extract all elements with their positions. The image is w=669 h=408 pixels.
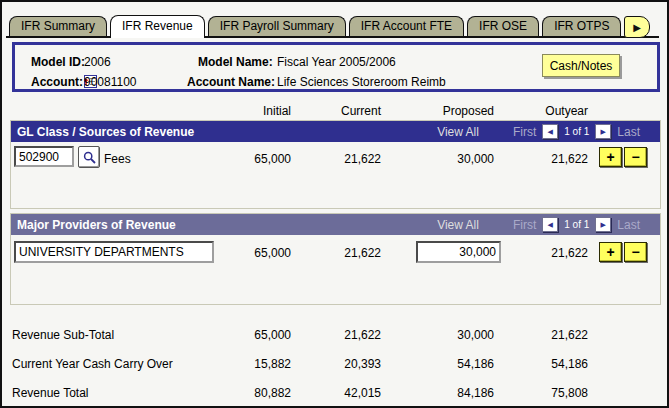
gl-last-link[interactable]: Last [617, 125, 640, 139]
next-arrow-icon: ▶ [601, 221, 606, 229]
prev-arrow-icon: ◀ [548, 128, 553, 136]
account-value: 90081100 [84, 75, 97, 88]
gl-class-section-title: GL Class / Sources of Revenue [17, 125, 194, 139]
account-name-value: Life Sciences Storeroom Reimb [277, 75, 446, 89]
cash-notes-button[interactable]: Cash/Notes [542, 54, 620, 77]
carryover-proposed: 54,186 [402, 357, 494, 371]
provider-row-outyear: 21,622 [496, 246, 588, 260]
gl-class-code-input[interactable] [14, 146, 74, 167]
gl-next-button[interactable]: ▶ [595, 124, 611, 139]
providers-prev-button[interactable]: ◀ [542, 217, 558, 232]
providers-view-all-link[interactable]: View All [437, 218, 479, 232]
carryover-current: 20,393 [289, 357, 381, 371]
provider-proposed-input[interactable] [416, 241, 501, 263]
tab-ifr-account-fte[interactable]: IFR Account FTE [349, 16, 464, 36]
gl-class-section-header: GL Class / Sources of Revenue View All F… [11, 121, 660, 142]
right-arrow-icon: ▶ [633, 22, 641, 33]
account-label: Account: [31, 75, 83, 89]
providers-next-button[interactable]: ▶ [595, 217, 611, 232]
model-name-label: Model Name: [198, 55, 273, 69]
summary-label-carryover: Current Year Cash Carry Over [12, 357, 173, 371]
model-header-box: Model ID: 2006 Model Name: Fiscal Year 2… [12, 42, 660, 92]
gl-class-grid-nav: View All First ◀ 1 of 1 ▶ Last [437, 124, 640, 139]
gl-view-all-link[interactable]: View All [437, 125, 479, 139]
subtotal-outyear: 21,622 [496, 328, 588, 342]
subtotal-initial: 65,000 [199, 328, 291, 342]
tab-ifr-summary[interactable]: IFR Summary [9, 16, 107, 36]
subtotal-current: 21,622 [289, 328, 381, 342]
gl-first-link[interactable]: First [513, 125, 536, 139]
tab-scroll-right-button[interactable]: ▶ [624, 16, 650, 38]
column-header-proposed: Proposed [402, 104, 494, 118]
gl-class-lookup-button[interactable] [78, 146, 100, 168]
prev-arrow-icon: ◀ [548, 221, 553, 229]
tab-bar: IFR Summary IFR Revenue IFR Payroll Summ… [9, 15, 621, 36]
gl-row-initial: 65,000 [199, 152, 291, 166]
providers-page-indicator: 1 of 1 [564, 219, 589, 230]
model-name-value: Fiscal Year 2005/2006 [277, 55, 396, 69]
gl-prev-button[interactable]: ◀ [542, 124, 558, 139]
gl-row-proposed: 30,000 [402, 152, 494, 166]
carryover-initial: 15,882 [199, 357, 291, 371]
total-initial: 80,882 [199, 386, 291, 400]
gl-remove-row-button[interactable]: − [624, 147, 647, 167]
column-header-current: Current [289, 104, 381, 118]
providers-section-header: Major Providers of Revenue View All Firs… [11, 214, 660, 235]
carryover-outyear: 54,186 [496, 357, 588, 371]
gl-row-outyear: 21,622 [496, 152, 588, 166]
account-name-label: Account Name: [187, 75, 275, 89]
column-header-outyear: Outyear [496, 104, 588, 118]
total-outyear: 75,808 [496, 386, 588, 400]
account-number: 90081100 [84, 75, 137, 89]
gl-row-current: 21,622 [289, 152, 381, 166]
magnifier-icon [83, 151, 96, 164]
provider-add-row-button[interactable]: + [599, 242, 622, 262]
tab-strip-underline [6, 36, 659, 38]
tab-ifr-ose[interactable]: IFR OSE [467, 16, 539, 36]
ifr-revenue-page: IFR Summary IFR Revenue IFR Payroll Summ… [0, 0, 669, 408]
summary-label-subtotal: Revenue Sub-Total [12, 328, 114, 342]
subtotal-proposed: 30,000 [402, 328, 494, 342]
next-arrow-icon: ▶ [601, 128, 606, 136]
provider-row-current: 21,622 [289, 246, 381, 260]
gl-row-description: Fees [104, 152, 131, 166]
providers-last-link[interactable]: Last [617, 218, 640, 232]
tab-ifr-payroll-summary[interactable]: IFR Payroll Summary [208, 16, 346, 36]
tab-ifr-revenue[interactable]: IFR Revenue [110, 15, 205, 38]
gl-add-row-button[interactable]: + [599, 147, 622, 167]
total-current: 42,015 [289, 386, 381, 400]
tab-ifr-otps[interactable]: IFR OTPS [542, 16, 621, 36]
providers-grid-nav: View All First ◀ 1 of 1 ▶ Last [437, 217, 640, 232]
providers-section-title: Major Providers of Revenue [17, 218, 176, 232]
provider-name-input[interactable] [14, 241, 214, 263]
providers-first-link[interactable]: First [513, 218, 536, 232]
provider-remove-row-button[interactable]: − [624, 242, 647, 262]
model-id-label: Model ID: [31, 55, 85, 69]
summary-label-total: Revenue Total [12, 386, 89, 400]
gl-page-indicator: 1 of 1 [564, 126, 589, 137]
total-proposed: 84,186 [402, 386, 494, 400]
provider-row-initial: 65,000 [199, 246, 291, 260]
model-id-value: 2006 [84, 55, 111, 69]
column-header-initial: Initial [199, 104, 291, 118]
